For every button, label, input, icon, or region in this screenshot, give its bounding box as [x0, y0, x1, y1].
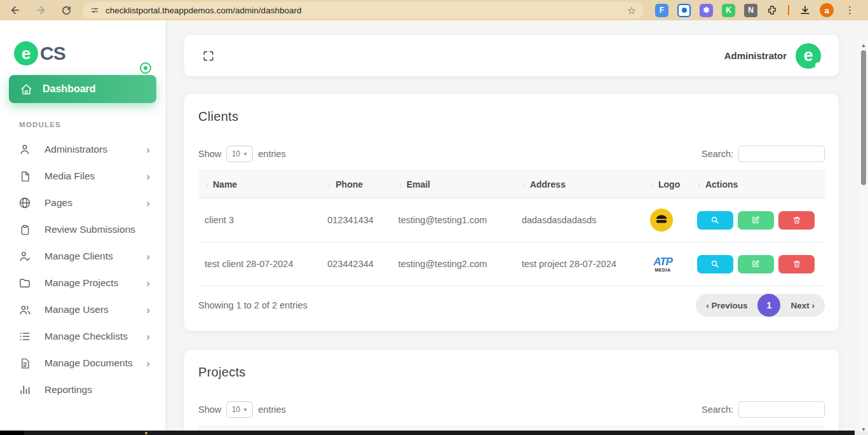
- sidebar-toggle-icon[interactable]: [140, 62, 151, 74]
- document-icon: [18, 357, 32, 369]
- cell-address: test project 28-07-2024: [515, 242, 644, 286]
- clients-search-input[interactable]: [738, 146, 825, 162]
- globe-icon: [18, 197, 32, 209]
- sidebar-item-reportings[interactable]: Reportings: [0, 376, 165, 403]
- sidebar-item-administrators[interactable]: Administrators ›: [0, 136, 165, 163]
- sidebar-item-media-files[interactable]: Media Files ›: [0, 163, 165, 190]
- sidebar-item-manage-checklists[interactable]: Manage Checklists ›: [0, 323, 165, 350]
- url-text[interactable]: checklistportal.theappdemos.com/admin/da…: [105, 6, 627, 15]
- ext-k-icon[interactable]: K: [722, 4, 735, 17]
- sidebar-item-pages[interactable]: Pages ›: [0, 190, 165, 216]
- sidebar-item-review-submissions[interactable]: Review Submissions: [0, 216, 165, 243]
- chevron-right-icon: ›: [146, 198, 150, 209]
- clients-panel: Clients Show 10▼ entries Search: ↕Name: [184, 94, 839, 331]
- clipboard-icon: [18, 224, 32, 236]
- person-check-icon: [18, 250, 32, 263]
- projects-panel: Projects Show 10▼ entries Search: ↕Clien…: [184, 350, 839, 435]
- extensions-puzzle-icon[interactable]: [766, 4, 778, 16]
- checklist-icon: [18, 330, 32, 343]
- search-label: Search:: [702, 404, 733, 415]
- view-button[interactable]: [697, 211, 733, 230]
- edit-icon: [751, 259, 760, 268]
- trash-icon: [792, 216, 801, 224]
- client-logo: [650, 209, 673, 231]
- forward-icon: [35, 4, 46, 16]
- sidebar-item-manage-documents[interactable]: Manage Documents ›: [0, 350, 165, 376]
- sidebar: e CS Dashboard MODULES Administrators › …: [0, 20, 165, 435]
- ext-flower-icon[interactable]: ✽: [700, 4, 713, 17]
- clients-title: Clients: [198, 109, 825, 124]
- projects-search-input[interactable]: [738, 401, 825, 418]
- chevron-right-icon: ›: [146, 305, 150, 315]
- col-header-phone[interactable]: ↕Phone: [321, 171, 391, 198]
- edit-button[interactable]: [738, 211, 774, 230]
- table-info: Showing 1 to 2 of 2 entries: [198, 300, 308, 310]
- col-header-logo[interactable]: ↕Logo: [644, 171, 691, 198]
- taskbar-edge: [0, 431, 868, 435]
- scrollbar-thumb[interactable]: [861, 50, 866, 185]
- page-scrollbar[interactable]: ▲ ▼: [859, 41, 868, 435]
- cell-phone: 012341434: [321, 198, 391, 242]
- user-menu[interactable]: Administrator: [724, 50, 787, 61]
- app-logo: e CS: [0, 20, 165, 70]
- search-icon: [710, 259, 719, 268]
- reload-button[interactable]: [57, 1, 75, 19]
- person-icon: [18, 143, 32, 156]
- ext-f-icon[interactable]: F: [655, 4, 668, 17]
- home-icon: [20, 83, 32, 95]
- cell-email: testing@testing1.com: [392, 198, 515, 242]
- sidebar-item-manage-clients[interactable]: Manage Clients ›: [0, 243, 165, 270]
- browser-menu-icon[interactable]: ⋮: [843, 4, 857, 16]
- col-header-name[interactable]: ↕Name: [198, 171, 321, 198]
- brand-logo-icon: e: [14, 41, 38, 66]
- sidebar-item-dashboard[interactable]: Dashboard: [9, 75, 156, 103]
- edit-button[interactable]: [738, 255, 774, 273]
- search-label: Search:: [702, 149, 733, 159]
- chevron-right-icon: ›: [146, 278, 150, 289]
- delete-button[interactable]: [778, 255, 815, 273]
- cell-email: testing@testing2.com: [392, 242, 515, 286]
- current-page-button[interactable]: 1: [757, 294, 780, 317]
- fullscreen-icon[interactable]: [202, 50, 215, 62]
- sidebar-item-manage-projects[interactable]: Manage Projects ›: [0, 270, 165, 296]
- page-length-select[interactable]: 10▼: [226, 401, 253, 418]
- main-content: Administrator e Clients Show 10▼ entries…: [165, 20, 868, 435]
- folder-icon: [18, 277, 32, 289]
- extensions-row: F ✽ K N a ⋮: [655, 3, 857, 17]
- col-header-actions[interactable]: ↕Actions: [691, 171, 825, 198]
- back-icon: [10, 4, 21, 16]
- cell-address: dadasdasdadasds: [515, 198, 644, 242]
- site-info-icon[interactable]: [90, 6, 99, 15]
- page-length-control: Show 10▼ entries: [198, 146, 286, 162]
- view-button[interactable]: [697, 255, 733, 273]
- download-icon[interactable]: [799, 4, 811, 16]
- clients-table: ↕Name ↕Phone ↕Email ↕Address ↕Logo ↕Acti…: [198, 170, 825, 286]
- cell-phone: 023442344: [321, 242, 391, 286]
- bookmark-star-icon[interactable]: ☆: [627, 4, 636, 17]
- address-bar[interactable]: checklistportal.theappdemos.com/admin/da…: [83, 2, 644, 18]
- col-header-address[interactable]: ↕Address: [515, 171, 644, 198]
- back-button[interactable]: [6, 1, 24, 19]
- sort-icon: ↕: [398, 181, 402, 190]
- sidebar-item-label: Dashboard: [43, 83, 96, 95]
- file-icon: [18, 170, 32, 183]
- ext-n-icon[interactable]: N: [744, 4, 757, 17]
- sort-icon: ↕: [205, 181, 208, 190]
- divider: [788, 5, 789, 15]
- trash-icon: [792, 259, 801, 268]
- ext-loom-icon[interactable]: [677, 4, 691, 17]
- page-length-select[interactable]: 10▼: [226, 146, 253, 162]
- taskbar-dot: [145, 432, 147, 434]
- reload-icon: [61, 5, 72, 16]
- previous-page-button[interactable]: ‹ Previous: [696, 301, 757, 310]
- sidebar-item-manage-users[interactable]: Manage Users ›: [0, 296, 165, 323]
- scroll-up-icon[interactable]: ▲: [861, 41, 866, 50]
- profile-avatar[interactable]: a: [820, 3, 834, 17]
- col-header-email[interactable]: ↕Email: [392, 171, 515, 198]
- next-page-button[interactable]: Next ›: [780, 301, 825, 310]
- delete-button[interactable]: [778, 211, 815, 230]
- forward-button[interactable]: [32, 1, 50, 19]
- pagination: ‹ Previous 1 Next ›: [696, 294, 825, 317]
- header-brand-icon[interactable]: e: [796, 43, 821, 69]
- chevron-right-icon: ›: [146, 358, 150, 369]
